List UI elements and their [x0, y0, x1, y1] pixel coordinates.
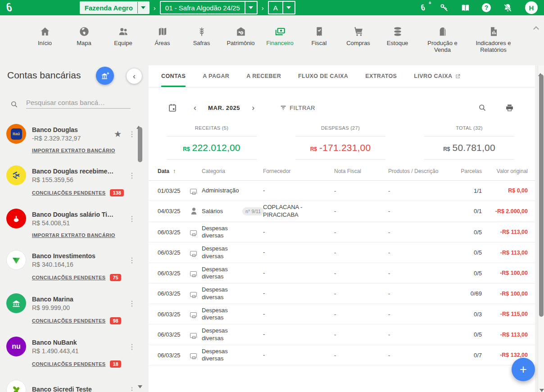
collapse-sidebar-button[interactable]: ‹	[127, 68, 142, 84]
account-menu-icon[interactable]: ⋮	[127, 256, 137, 264]
tab-contas[interactable]: CONTAS	[161, 65, 186, 87]
nav-item-safras[interactable]: Safras	[187, 25, 217, 47]
next-month-button[interactable]: ›	[250, 103, 256, 113]
account-menu-icon[interactable]: ⋮	[127, 386, 137, 392]
print-icon[interactable]	[505, 103, 514, 113]
scroll-down-arrow[interactable]	[138, 385, 142, 388]
nav-item-indicadores[interactable]: Indicadores e Relatórios	[473, 25, 514, 54]
account-menu-icon[interactable]: ⋮	[127, 342, 137, 351]
account-menu-icon[interactable]: ⋮	[127, 299, 137, 308]
prev-month-button[interactable]: ‹	[192, 103, 198, 113]
search-accounts-input[interactable]	[26, 98, 131, 109]
column-header-fornecedor[interactable]: Fornecedor	[263, 168, 334, 174]
calendar-icon[interactable]	[168, 103, 177, 113]
column-header-categoria[interactable]: Categoria	[202, 168, 263, 174]
transaction-row[interactable]: 06/03/25 Despesas diversas - - - 0/7 -R$…	[149, 345, 535, 366]
bank-account-item[interactable]: Banco Investimentos R$ 340.164,16 ⋮ CONC…	[6, 250, 138, 281]
tab-a-receber[interactable]: A RECEBER	[246, 65, 281, 87]
transaction-row[interactable]: 06/03/25 Despesas diversas - - - 0/69 -R…	[149, 283, 535, 304]
harvest-selector[interactable]: 01 - Safra Algodão 24/25	[160, 1, 258, 14]
scrollbar-thumb[interactable]	[539, 74, 544, 317]
nav-item-estoque[interactable]: Estoque	[383, 25, 413, 47]
bank-account-item[interactable]: Banco Douglas recebime… R$ 155.359,56 ⋮ …	[6, 165, 138, 196]
help-icon[interactable]: ?	[481, 2, 492, 13]
filter-button[interactable]: FILTRAR	[280, 104, 315, 111]
scrollbar-thumb[interactable]	[138, 127, 142, 162]
account-menu-icon[interactable]: ⋮	[127, 214, 137, 223]
book-icon[interactable]	[460, 2, 471, 13]
cell-nota-fiscal: -	[334, 208, 388, 214]
notifications-off-icon[interactable]	[502, 2, 513, 13]
report-icon	[473, 25, 514, 38]
column-header-nota-fiscal[interactable]: Nota Fiscal	[334, 168, 388, 174]
cell-parcelas: 0/5	[442, 331, 482, 338]
nav-item-producao-venda[interactable]: Produção e Venda	[422, 25, 463, 54]
cell-parcelas: 0/69	[442, 290, 482, 297]
account-menu-icon[interactable]: ⋮	[127, 171, 137, 180]
tab-a-pagar[interactable]: A PAGAR	[203, 65, 229, 87]
transaction-row[interactable]: 06/03/25 Despesas diversas - - - 0/5 -R$…	[149, 242, 535, 263]
favorite-star-icon[interactable]: ★	[114, 129, 122, 139]
column-header-data[interactable]: Data ↑	[158, 168, 202, 174]
cell-nota-fiscal: -	[334, 311, 388, 318]
nav-item-equipe[interactable]: Equipe	[109, 25, 138, 47]
main-scrollbar[interactable]	[538, 65, 544, 392]
category-icon	[190, 353, 197, 358]
add-bank-account-button[interactable]	[96, 67, 114, 85]
farm-selector[interactable]: Fazenda Aegro	[80, 1, 150, 14]
transaction-row[interactable]: 04/03/25 Salários n° 9/11 COPLACANA - PI…	[149, 201, 535, 222]
nav-item-inicio[interactable]: Início	[30, 25, 60, 47]
aegro-plus-icon[interactable]: ∂ +	[417, 2, 428, 13]
cell-date: 04/03/25	[158, 208, 190, 214]
account-action-link[interactable]: CONCILIAÇÕES PENDENTES	[32, 318, 105, 324]
bank-account-name: Banco Douglas recebime…	[32, 168, 127, 175]
account-action-link[interactable]: CONCILIAÇÕES PENDENTES	[32, 361, 105, 367]
bank-account-item[interactable]: Banco Douglas salário Ti… R$ 54.008,51 ⋮…	[6, 209, 138, 238]
bank-account-item[interactable]: Banco Sicredi Teste ⋮	[6, 380, 138, 392]
column-header-parcelas[interactable]: Parcelas	[442, 168, 482, 174]
bank-account-item[interactable]: Banco Marina R$ 99.999,00 ⋮ CONCILIAÇÕES…	[6, 293, 138, 324]
account-menu-icon[interactable]: ⋮	[127, 130, 137, 138]
add-transaction-fab[interactable]: +	[512, 358, 535, 381]
user-avatar[interactable]: H	[525, 1, 538, 14]
account-action-link[interactable]: CONCILIAÇÕES PENDENTES	[32, 190, 105, 196]
cell-fornecedor: -	[263, 290, 334, 297]
account-action-link[interactable]: IMPORTAR EXTRATO BANCÁRIO	[32, 148, 115, 153]
farm-selector-caret[interactable]	[137, 2, 149, 14]
search-transactions-icon[interactable]	[478, 103, 487, 112]
harvest-selector-caret[interactable]	[245, 2, 257, 14]
sidebar-scrollbar[interactable]	[136, 118, 144, 388]
column-header-valor[interactable]: Valor original	[482, 168, 528, 174]
caret-down-icon	[286, 6, 291, 9]
plot-selector[interactable]: A	[268, 1, 295, 14]
sidebar-title: Contas bancárias	[7, 70, 81, 81]
transaction-row[interactable]: 06/03/25 Despesas diversas - - - 0/5 -R$…	[149, 324, 535, 345]
nav-item-financeiro[interactable]: Financeiro	[265, 25, 295, 47]
cell-nota-fiscal: -	[334, 229, 388, 236]
tab-fluxo-de-caixa[interactable]: FLUXO DE CAIXA	[298, 65, 348, 87]
nav-item-areas[interactable]: Áreas	[148, 25, 177, 47]
bank-account-name: Banco Investimentos	[32, 252, 127, 260]
bank-account-item[interactable]: nu Banco NuBank R$ 1.490.443,41 ⋮	[6, 337, 138, 368]
scroll-down-arrow[interactable]	[539, 389, 544, 392]
top-bar: ∂ Fazenda Aegro › 01 - Safra Algodão 24/…	[0, 0, 544, 15]
transactions-table-header: Data ↑ Categoria Fornecedor Nota Fiscal …	[149, 160, 535, 181]
transaction-row[interactable]: 06/03/25 Despesas diversas - - - 0/3 -R$…	[149, 304, 535, 325]
cell-produtos: -	[388, 229, 442, 236]
nav-item-compras[interactable]: Compras	[344, 25, 373, 47]
transaction-row[interactable]: 06/03/25 Despesas diversas - - - 0/5 -R$…	[149, 263, 535, 284]
nav-item-patrimonio[interactable]: Patrimônio	[226, 25, 256, 47]
account-action-link[interactable]: IMPORTAR EXTRATO BANCÁRIO	[32, 232, 115, 238]
tab-livro-caixa[interactable]: LIVRO CAIXA	[414, 65, 461, 87]
nav-item-mapa[interactable]: Mapa	[69, 25, 99, 47]
bank-account-item[interactable]: Itaú Banco Douglas -R$ 2.329.732,97 ★ ⋮	[6, 124, 138, 153]
key-icon[interactable]	[439, 2, 449, 13]
cell-date: 01/03/25	[158, 187, 190, 194]
transaction-row[interactable]: 06/03/25 Despesas diversas - - - 0/5 -R$…	[149, 222, 535, 243]
nav-item-fiscal[interactable]: Fiscal	[304, 25, 334, 47]
tab-extratos[interactable]: EXTRATOS	[365, 65, 397, 87]
account-action-link[interactable]: CONCILIAÇÕES PENDENTES	[32, 275, 105, 280]
plot-selector-caret[interactable]	[282, 2, 295, 14]
column-header-produtos[interactable]: Produtos / Descrição	[388, 168, 442, 174]
transaction-row[interactable]: 01/03/25 Administração - - - 1/1 R$ 0,00	[149, 181, 535, 201]
